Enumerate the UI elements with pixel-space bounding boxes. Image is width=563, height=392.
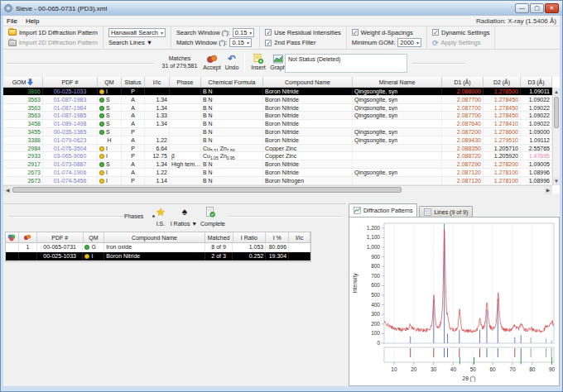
- svg-text:900: 900: [371, 254, 380, 260]
- column-header[interactable]: QM: [84, 232, 105, 242]
- compound-cell: Boron Nitride: [263, 136, 353, 144]
- column-header[interactable]: I %: [266, 232, 289, 242]
- match-window-select[interactable]: 0.15 ▾: [229, 38, 252, 47]
- chevron-down-icon: ▾: [161, 30, 163, 36]
- menu-file[interactable]: File: [7, 17, 17, 25]
- d2-cell: 1.278200: [484, 160, 521, 168]
- result-row[interactable]: 356301-087-1983SA1.34B NBoron NitrideQin…: [3, 96, 552, 104]
- result-row[interactable]: 291701-073-0887SA1.34High tem…B NBoron N…: [3, 160, 552, 169]
- close-button[interactable]: ✕: [545, 3, 559, 13]
- compound-cell: Boron Nitrogen: [263, 177, 353, 184]
- column-header[interactable]: Mineral Name: [353, 77, 442, 87]
- column-header[interactable]: QM: [98, 77, 122, 87]
- status-cell: P: [122, 145, 145, 152]
- complete-label[interactable]: Complete: [199, 221, 227, 227]
- diffraction-chart: 1020304050607080900100200300400500600700…: [349, 217, 560, 386]
- result-row[interactable]: 356301-087-1985SA1.33B NBoron NitrideQin…: [3, 112, 552, 120]
- scroll-up-arrow[interactable]: ▲: [553, 88, 560, 96]
- search-lines-button[interactable]: Search Lines ▼: [108, 38, 166, 48]
- column-header[interactable]: D3 (Å): [521, 77, 552, 87]
- qm-cell: S: [98, 104, 122, 112]
- column-header[interactable]: Matched: [205, 232, 233, 242]
- second-pass-checkbox[interactable]: ✓: [265, 40, 272, 46]
- maximize-button[interactable]: ▢: [530, 3, 544, 13]
- scroll-left-arrow[interactable]: ◀: [3, 186, 12, 194]
- i-ratios-icon[interactable]: ♠: [178, 207, 191, 218]
- search-window-select[interactable]: 0.15 ▾: [233, 28, 255, 37]
- column-header[interactable]: Status: [122, 77, 145, 87]
- import-2d-button[interactable]: Import 2D Diffraction Pattern: [8, 38, 98, 48]
- pdf-cell: 01-087-1983: [43, 96, 98, 103]
- tab-diffraction-patterns[interactable]: Diffraction Patterns: [349, 203, 417, 217]
- column-header[interactable]: Chemical Formula: [201, 77, 263, 87]
- tab-lines[interactable]: Lines (9 of 9): [419, 206, 473, 217]
- menu-help[interactable]: Help: [26, 17, 39, 25]
- d2-cell: 1.278100: [484, 177, 521, 184]
- d3-cell: 1.47695: [521, 152, 552, 160]
- column-header[interactable]: GOM: [3, 77, 43, 87]
- pdf-cell: 00-035-1365: [43, 128, 98, 136]
- apply-settings-button[interactable]: ⟳ Apply Settings: [432, 38, 489, 48]
- result-row[interactable]: 345801-089-1498SA1.34B NBoron Nitride2.0…: [3, 120, 552, 128]
- scroll-right-arrow[interactable]: ▶: [544, 186, 552, 194]
- search-mode-select[interactable]: Hanawalt Search ▾: [108, 28, 166, 37]
- horizontal-scrollbar[interactable]: ◀ ▶: [3, 185, 552, 194]
- qm-cell: H: [98, 136, 122, 144]
- scrollbar-thumb[interactable]: [12, 187, 402, 193]
- weight-d-spacings-checkbox[interactable]: ✓: [352, 29, 358, 36]
- status-cell: A: [122, 136, 145, 144]
- mineral-cell: [353, 145, 442, 152]
- toolbar: Import 1D Diffraction Pattern Import 2D …: [3, 26, 560, 50]
- divider: [7, 63, 154, 65]
- result-row[interactable]: 386600-025-1033IPB NBoron NitrideQingson…: [3, 88, 552, 96]
- d2-cell: 1.205920: [484, 152, 521, 160]
- column-header[interactable]: I/Ic: [289, 232, 310, 242]
- result-row[interactable]: 293303-065-9060IP12.75βCu1.05 Zn0.95Copp…: [3, 152, 552, 160]
- column-header[interactable]: I Ratio: [233, 232, 267, 242]
- undo-button[interactable]: ↶ Undo: [222, 53, 242, 70]
- minimum-gom-select[interactable]: 2000 ▾: [397, 38, 421, 47]
- qm-cell: G: [83, 243, 104, 251]
- column-header[interactable]: PDF #: [37, 232, 84, 242]
- compound-cell: Boron Nitride: [263, 128, 353, 136]
- minimize-button[interactable]: —: [515, 3, 529, 13]
- phase-row[interactable]: 100-065-0731GIron oxide8 of 91.05380.696: [6, 243, 310, 252]
- column-header[interactable]: [19, 232, 37, 242]
- scrollbar-thumb[interactable]: [554, 97, 559, 128]
- i-ic-cell: 1.22: [145, 169, 170, 176]
- intensity-scale-icon[interactable]: ★: [154, 207, 167, 218]
- insert-button[interactable]: Insert: [248, 53, 268, 70]
- column-header[interactable]: D2 (Å): [484, 77, 521, 87]
- import-1d-button[interactable]: Import 1D Diffraction Pattern: [8, 27, 98, 37]
- accept-button[interactable]: Accept: [202, 53, 222, 70]
- column-header[interactable]: Compound Name: [263, 77, 353, 87]
- compound-cell: Copper Zinc: [263, 152, 353, 160]
- use-residual-checkbox[interactable]: ✓: [265, 29, 272, 36]
- column-header[interactable]: [6, 232, 19, 242]
- scroll-down-arrow[interactable]: ▼: [553, 177, 560, 185]
- d3-cell: 1.09000: [521, 128, 552, 136]
- vertical-scrollbar[interactable]: ▲ ▼: [552, 88, 560, 185]
- result-row[interactable]: 345500-035-1365SPB NBoron NitrideQingson…: [3, 128, 552, 136]
- result-row[interactable]: 298401-076-3504IP6.64Cu5.31 Zn7.69Copper…: [3, 145, 552, 153]
- column-header[interactable]: D1 (Å): [442, 77, 484, 87]
- dynamic-settings-checkbox[interactable]: ✓: [432, 29, 439, 36]
- result-row[interactable]: 356301-087-1984SA1.34B NBoron NitrideQin…: [3, 104, 552, 112]
- search-window-value: 0.15: [235, 29, 248, 36]
- column-header[interactable]: Compound Name: [104, 232, 205, 242]
- result-row[interactable]: 338801-079-0623HA1.22B NBoron NitrideQin…: [3, 136, 552, 145]
- mineral-cell: Qingsongite, syn: [353, 104, 442, 112]
- column-header[interactable]: PDF #: [43, 77, 98, 87]
- status-filter-field[interactable]: Not Status (Deleted): [285, 54, 407, 73]
- formula-cell: B N: [201, 169, 263, 176]
- svg-text:1,200: 1,200: [367, 225, 381, 231]
- column-header[interactable]: Phase: [170, 77, 201, 87]
- result-row[interactable]: 267301-074-1906IA1.22B NBoron NitrideQin…: [3, 169, 552, 177]
- complete-icon[interactable]: [204, 207, 217, 218]
- formula-cell: B N: [201, 88, 263, 95]
- column-header[interactable]: I/Ic: [145, 77, 170, 87]
- phase-row[interactable]: 00-025-1033IBoron Nitride2 of 30.25219.3…: [6, 252, 310, 261]
- is-label[interactable]: I.S.: [151, 221, 171, 227]
- result-row[interactable]: 267301-074-5456IP1.14B NBoron Nitrogen2.…: [3, 177, 552, 185]
- i-ratios-label[interactable]: I Ratios ▼: [169, 221, 199, 227]
